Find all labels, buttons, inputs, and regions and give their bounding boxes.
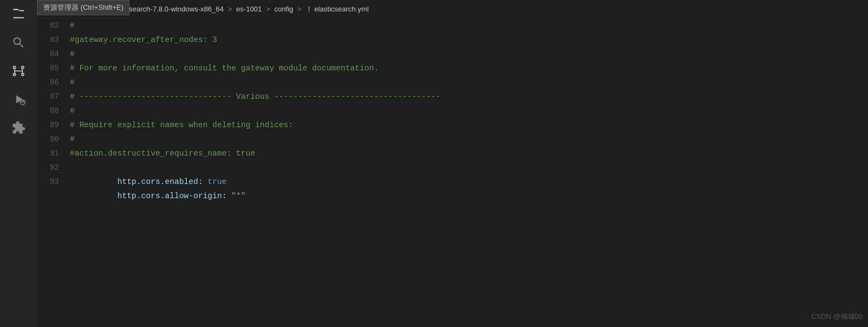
breadcrumb-filename: elasticsearch.yml: [312, 5, 368, 13]
colon-93: :: [222, 192, 227, 200]
code-line-87: 87 # -------------------------------- Va…: [37, 90, 868, 104]
line-content-84: #: [70, 47, 75, 61]
code-line-89: 89 # Require explicit names when deletin…: [37, 118, 868, 132]
code-line-92: 92 http.cors.enabled: true: [37, 160, 868, 175]
line-number-84: 84: [37, 47, 70, 61]
extensions-icon[interactable]: [0, 114, 37, 142]
line-number-91: 91: [37, 146, 70, 160]
main-content: E: > tool > es > elasticsearch-7.8.0-win…: [37, 0, 868, 327]
value-cors-origin: "*": [227, 192, 246, 200]
activity-bar: 资源管理器 (Ctrl+Shift+E): [0, 0, 37, 327]
breadcrumb-config[interactable]: config: [272, 5, 293, 13]
code-line-83: 83 #gateway.recover_after_nodes: 3: [37, 33, 868, 47]
explorer-svg-icon: [11, 7, 26, 21]
line-number-88: 88: [37, 104, 70, 118]
line-content-82: #: [70, 19, 75, 33]
breadcrumb-es1001[interactable]: es-1001: [234, 5, 262, 13]
code-line-84: 84 #: [37, 47, 868, 61]
source-control-icon[interactable]: [0, 57, 37, 85]
line-number-83: 83: [37, 33, 70, 47]
line-content-85: # For more information, consult the gate…: [70, 61, 379, 75]
line-number-90: 90: [37, 132, 70, 146]
line-number-93: 93: [37, 175, 70, 189]
source-control-svg-icon: [11, 64, 26, 78]
editor-code: 82 # 83 #gateway.recover_after_nodes: 3 …: [37, 19, 868, 327]
extensions-svg-icon: [11, 121, 26, 135]
line-number-85: 85: [37, 61, 70, 75]
code-line-93: 93 http.cors.allow-origin: "*": [37, 175, 868, 189]
key-cors-origin: http.cors.allow-origin: [117, 192, 222, 200]
editor[interactable]: 82 # 83 #gateway.recover_after_nodes: 3 …: [37, 19, 868, 327]
line-content-91: #action.destructive_requires_name: true: [70, 146, 255, 160]
breadcrumb-warning-icon: !: [306, 5, 310, 14]
line-number-87: 87: [37, 90, 70, 104]
code-line-88: 88 #: [37, 104, 868, 118]
line-content-83: #gateway.recover_after_nodes: 3: [70, 33, 217, 47]
code-line-90: 90 #: [37, 132, 868, 146]
breadcrumb: E: > tool > es > elasticsearch-7.8.0-win…: [37, 0, 868, 19]
line-content-89: # Require explicit names when deleting i…: [70, 118, 293, 132]
search-svg-icon: [11, 35, 26, 50]
line-number-82: 82: [37, 19, 70, 33]
run-icon[interactable]: [0, 85, 37, 114]
search-icon[interactable]: [0, 28, 37, 57]
line-number-92: 92: [37, 160, 70, 175]
code-line-91: 91 #action.destructive_requires_name: tr…: [37, 146, 868, 160]
line-content-87: # -------------------------------- Vario…: [70, 90, 441, 104]
code-line-82: 82 #: [37, 19, 868, 33]
watermark: CSDN @倾城00: [811, 312, 863, 322]
activity-bar-top: 资源管理器 (Ctrl+Shift+E): [0, 0, 37, 142]
line-content-93: http.cors.allow-origin: "*": [70, 175, 246, 217]
line-content-86: #: [70, 75, 75, 90]
code-line-85: 85 # For more information, consult the g…: [37, 61, 868, 75]
line-content-90: #: [70, 132, 75, 146]
explorer-icon[interactable]: 资源管理器 (Ctrl+Shift+E): [0, 0, 37, 28]
line-number-89: 89: [37, 118, 70, 132]
explorer-tooltip: 资源管理器 (Ctrl+Shift+E): [37, 0, 129, 15]
run-svg-icon: [11, 92, 26, 106]
line-content-88: #: [70, 104, 75, 118]
code-line-86: 86 #: [37, 75, 868, 90]
line-number-86: 86: [37, 75, 70, 90]
